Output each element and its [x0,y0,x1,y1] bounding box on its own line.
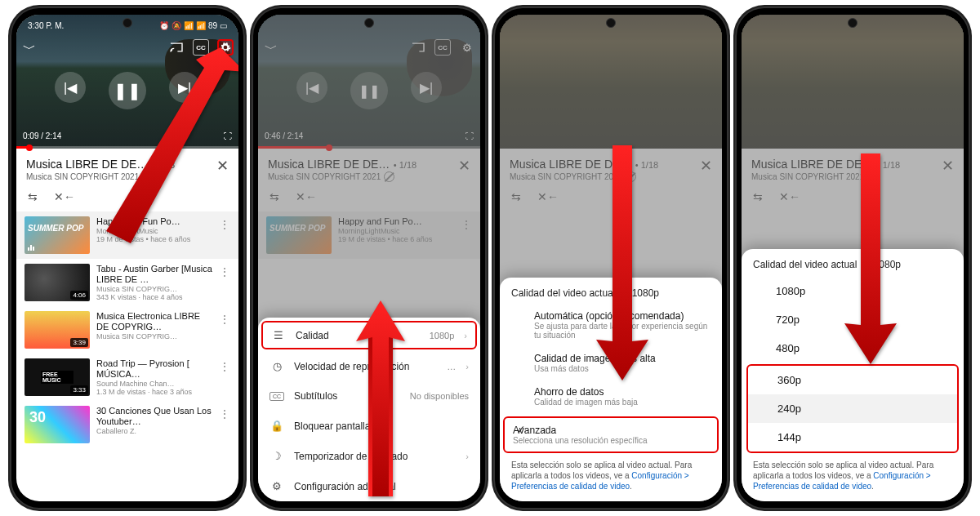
gear-icon: ⚙ [270,480,284,492]
lock-icon: 🔒 [270,420,284,432]
quality-row[interactable]: ☰ Calidad 1080p › [261,321,477,349]
moon-icon: ☽ [270,450,284,462]
option-high[interactable]: Calidad de imagen más alta Usa más datos [500,348,722,381]
fullscreen-icon[interactable]: ⛶ [466,131,474,140]
option-saver[interactable]: Ahorro de datos Calidad de imagen más ba… [500,381,722,415]
progress-bar[interactable] [16,146,238,149]
close-icon[interactable]: ✕ [700,157,712,175]
battery-pct: 89 [208,21,217,30]
chevron-right-icon: › [464,331,467,340]
close-icon[interactable]: ✕ [942,157,954,175]
next-icon[interactable]: ▶| [169,72,200,103]
list-item[interactable]: 3:39 Musica Electronica LIBRE DE COPYRIG… [16,306,238,354]
gear-icon[interactable]: ⚙ [459,39,475,56]
playlist-title: Musica LIBRE DE DE… [26,158,148,171]
close-icon[interactable]: ✕ [216,157,229,175]
list-item[interactable]: Happy and Fun Po…MorningLightMusic19 M d… [16,211,238,259]
sheet-header: Calidad del video actual• 1080p [500,278,722,305]
more-icon[interactable]: ⋮ [219,358,230,373]
time-row: 0:46 / 2:14 ⛶ [265,131,474,140]
phone-3: Musica LIBRE DE DE… • 1/18 Musica SIN CO… [493,7,728,509]
option-advanced[interactable]: ✓ Avanzada Selecciona una resolución esp… [503,416,719,453]
thumbnail: 3:33 [24,358,90,396]
res-360p[interactable]: 360p [748,366,957,394]
more-settings-row[interactable]: ⚙ Configuración adicional [258,471,480,501]
more-icon[interactable]: ⋮ [219,216,230,231]
cast-icon[interactable] [168,39,185,56]
gear-icon[interactable] [217,39,234,56]
thumbnail: 3:39 [24,311,90,349]
cc-icon[interactable]: CC [193,39,209,56]
speed-row[interactable]: ◷ Velocidad de reproducción … › [258,351,480,381]
phone-4: Musica LIBRE DE DE… • 1/18 Musica SIN CO… [735,7,970,509]
check-icon: ✓ [516,423,526,436]
settings-sheet: ☰ Calidad 1080p › ◷ Velocidad de reprodu… [258,318,480,501]
list-item[interactable]: 3:33 Road Trip — Pyrosion [ MÚSICA…Sound… [16,354,238,401]
status-icons: ⏰🔕📶📶 89▭ [159,21,227,30]
video-player [500,15,722,149]
cc-icon: CC [270,392,284,401]
pause-icon[interactable]: ❚❚ [109,72,146,109]
playlist-header: Musica LIBRE DE DE… • 1/18 Musica SIN CO… [258,149,480,187]
res-720p[interactable]: 720p [742,305,964,334]
list-item[interactable]: Happy and Fun Po…MorningLightMusic19 M d… [258,211,480,259]
status-time: 3:30 P. M. [28,21,64,30]
res-144p[interactable]: 144p [748,423,957,452]
shuffle-icon[interactable]: ✕← [54,190,75,203]
playlist-header: Musica LIBRE DE DE… • 1/18 Musica SIN CO… [16,149,238,187]
subtitles-row[interactable]: CC Subtítulos No disponibles [258,381,480,411]
more-icon[interactable]: ⋮ [219,311,230,326]
footer-note: Esta selección solo se aplica al video a… [742,455,964,501]
prev-icon[interactable]: |◀ [296,72,327,103]
elapsed-time: 0:09 [23,131,38,140]
sliders-icon: ☰ [271,329,286,341]
phone-1: 3:30 P. M. ⏰🔕📶📶 89▭ ﹀ CC |◀ ❚❚ ▶| 0:09 /… [10,7,245,509]
option-auto[interactable]: Automática (opción recomendada) Se ajust… [500,305,722,348]
total-time: 2:14 [46,131,61,140]
res-1080p[interactable]: 1080p [742,277,964,305]
list-item[interactable]: 30 Canciones Que Usan Los Youtuber…Cabal… [16,401,238,448]
more-icon[interactable]: ⋮ [219,406,230,420]
quality-sheet: Calidad del video actual• 1080p Automáti… [500,278,722,501]
back-icon[interactable]: ﹀ [23,41,36,58]
playlist[interactable]: Happy and Fun Po…MorningLightMusic19 M d… [16,211,238,501]
thumbnail [24,406,90,443]
playlist-count: • 1/18 [152,160,175,170]
no-copyright-icon [142,171,153,182]
res-480p[interactable]: 480p [742,334,964,363]
loop-icon[interactable]: ⇆ [28,190,38,203]
cast-icon[interactable] [410,39,426,56]
sheet-header: Calidad del video actual• 1080p [742,249,964,277]
speed-icon: ◷ [270,360,284,372]
video-player[interactable]: ﹀ CC |◀ ❚❚ ▶| 0:09 / 2:14 ⛶ [16,15,238,149]
close-icon[interactable]: ✕ [458,157,470,175]
back-icon[interactable]: ﹀ [265,41,278,58]
lock-row[interactable]: 🔒 Bloquear pantalla [258,411,480,441]
pause-icon[interactable]: ❚❚ [350,72,388,109]
more-icon[interactable]: ⋮ [219,264,230,278]
thumbnail: 4:06 [24,264,90,301]
fullscreen-icon[interactable]: ⛶ [224,131,232,140]
time-row: 0:09 / 2:14 ⛶ [23,131,232,140]
thumbnail [24,216,90,254]
sleep-row[interactable]: ☽ Temporizador de apagado › [258,441,480,471]
next-icon[interactable]: ▶| [411,72,442,103]
status-bar: 3:30 P. M. ⏰🔕📶📶 89▭ [16,16,238,34]
prev-icon[interactable]: |◀ [55,72,86,103]
video-player[interactable]: ﹀ CC ⚙ |◀ ❚❚ ▶| 0:46 / 2:14 ⛶ [258,15,480,149]
footer-note: Esta selección solo se aplica al video a… [500,455,722,501]
cc-icon[interactable]: CC [434,39,451,56]
list-item[interactable]: 4:06 Tabu - Austin Garber [Musica LIBRE … [16,259,238,306]
res-240p[interactable]: 240p [748,394,957,423]
resolution-sheet: Calidad del video actual• 1080p 1080p 72… [742,249,964,501]
video-player [742,15,964,149]
phone-2: ﹀ CC ⚙ |◀ ❚❚ ▶| 0:46 / 2:14 ⛶ Musica LIB… [252,7,487,509]
current-quality: 1080p [632,287,659,299]
playlist-subtitle: Musica SIN COPYRIGHT 2021 [26,172,139,181]
